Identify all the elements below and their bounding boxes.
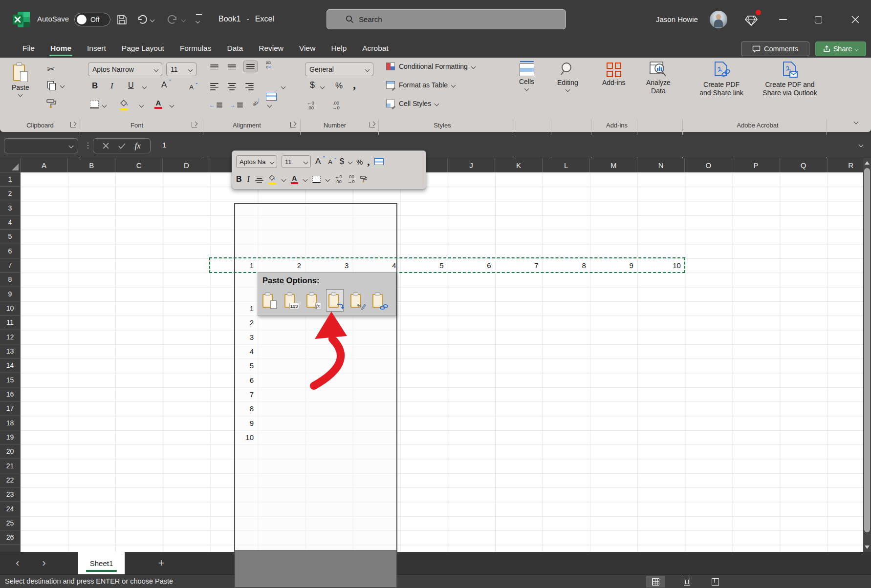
cells-button[interactable]: Cells xyxy=(519,63,534,90)
tab-file[interactable]: File xyxy=(15,39,43,58)
increase-decimal-button[interactable]: ←0 .00 xyxy=(307,101,314,110)
row-header[interactable]: 24 xyxy=(0,502,20,516)
row-header[interactable]: 25 xyxy=(0,516,20,530)
row-header[interactable]: 15 xyxy=(0,373,20,387)
row-header[interactable]: 20 xyxy=(0,444,20,459)
mini-borders-dropdown-icon[interactable] xyxy=(325,177,330,182)
column-header[interactable]: Q xyxy=(780,158,827,172)
mini-merge-center-icon[interactable] xyxy=(374,158,384,165)
search-input[interactable] xyxy=(359,15,544,23)
row-header[interactable]: 17 xyxy=(0,401,20,416)
number-format-select[interactable]: General xyxy=(305,63,373,76)
mini-increase-decimal-button[interactable]: ←0 .00 xyxy=(335,174,342,184)
column-header[interactable]: M xyxy=(590,158,637,172)
row-header[interactable]: 7 xyxy=(0,258,20,273)
grid-cell-value[interactable]: 6 xyxy=(210,373,254,387)
tab-formulas[interactable]: Formulas xyxy=(172,39,219,58)
decrease-decimal-button[interactable]: .00 →0 xyxy=(332,101,340,110)
mini-font-size-select[interactable]: 11 xyxy=(282,155,311,168)
merge-center-icon[interactable] xyxy=(266,93,277,101)
search-bar[interactable] xyxy=(327,9,566,29)
tab-help[interactable]: Help xyxy=(323,39,354,58)
shrink-font-button[interactable]: Aˇ xyxy=(189,84,194,91)
addins-button[interactable]: Add-ins xyxy=(602,63,625,86)
borders-dropdown-icon[interactable] xyxy=(102,103,107,108)
grow-font-button[interactable]: Aˆ xyxy=(161,80,167,89)
maximize-button[interactable] xyxy=(807,0,829,39)
select-all-corner[interactable] xyxy=(0,158,21,172)
clipboard-dialog-launcher-icon[interactable] xyxy=(70,122,76,127)
scroll-up-icon[interactable] xyxy=(865,161,870,165)
font-color-button[interactable]: A xyxy=(154,99,162,109)
cut-icon[interactable] xyxy=(47,63,55,75)
quick-access-toolbar-button[interactable] xyxy=(192,13,206,26)
row-header[interactable]: 21 xyxy=(0,459,20,473)
row-header[interactable]: 16 xyxy=(0,387,20,401)
mini-bold-button[interactable]: B xyxy=(236,175,242,184)
name-box-input[interactable] xyxy=(16,142,69,150)
grid-cell-value[interactable]: 7 xyxy=(495,258,543,273)
grid-cell-value[interactable]: 10 xyxy=(637,258,685,273)
mini-shrink-font-button[interactable]: Aˇ xyxy=(328,158,332,166)
save-button[interactable] xyxy=(114,13,129,26)
grid-cell-value[interactable]: 8 xyxy=(210,401,254,416)
font-color-dropdown-icon[interactable] xyxy=(170,103,174,108)
share-button[interactable]: Share xyxy=(815,42,866,56)
mini-percent-button[interactable]: % xyxy=(356,158,363,166)
normal-view-button[interactable] xyxy=(646,576,665,588)
previous-sheet-icon[interactable]: ‹ xyxy=(11,556,24,570)
create-pdf-share-outlook-button[interactable]: Create PDF andShare via Outlook xyxy=(756,62,824,97)
underline-dropdown-icon[interactable] xyxy=(142,84,147,89)
currency-button[interactable]: $ xyxy=(310,80,315,90)
row-header[interactable]: 14 xyxy=(0,358,20,373)
row-header[interactable]: 13 xyxy=(0,344,20,358)
cancel-entry-icon[interactable] xyxy=(103,143,109,149)
align-center-button[interactable] xyxy=(228,83,236,90)
column-header[interactable]: D xyxy=(163,158,210,172)
grid-cell-value[interactable]: 3 xyxy=(210,330,254,344)
alignment-dialog-launcher-icon[interactable] xyxy=(290,122,296,127)
grid-cell-value[interactable]: 6 xyxy=(447,258,495,273)
cell-styles-button[interactable]: Cell Styles xyxy=(386,100,438,107)
grid-cell-value[interactable]: 5 xyxy=(400,258,447,273)
analyze-data-button[interactable]: AnalyzeData xyxy=(646,62,671,95)
grid-cell-value[interactable]: 2 xyxy=(258,258,305,273)
conditional-formatting-button[interactable]: Conditional Formatting xyxy=(386,63,475,70)
fill-color-button[interactable] xyxy=(120,100,129,110)
row-header[interactable]: 1 xyxy=(0,172,20,187)
column-header[interactable]: J xyxy=(448,158,495,172)
row-header[interactable]: 26 xyxy=(0,530,20,545)
user-avatar[interactable] xyxy=(710,11,727,28)
grid-cell-value[interactable]: 1 xyxy=(210,301,254,315)
tab-page-layout[interactable]: Page Layout xyxy=(114,39,172,58)
currency-dropdown-icon[interactable] xyxy=(320,84,325,89)
merge-dropdown-icon[interactable] xyxy=(281,84,286,89)
enter-entry-icon[interactable] xyxy=(118,143,126,149)
mini-format-painter-icon[interactable] xyxy=(360,175,368,183)
source-column-values[interactable]: 12345678910 xyxy=(210,301,254,444)
column-header[interactable]: A xyxy=(21,158,68,172)
pasted-row-values[interactable]: 12345678910 xyxy=(210,258,685,273)
row-header[interactable]: 10 xyxy=(0,301,20,315)
grid-cell-value[interactable]: 2 xyxy=(210,315,254,330)
namebox-resize-handle[interactable] xyxy=(84,141,92,150)
mini-grow-font-button[interactable]: Aˆ xyxy=(315,157,321,167)
borders-icon[interactable] xyxy=(90,101,99,108)
mini-borders-icon[interactable] xyxy=(312,176,321,183)
font-dialog-launcher-icon[interactable] xyxy=(192,122,197,127)
redo-button[interactable] xyxy=(165,13,180,26)
tab-acrobat[interactable]: Acrobat xyxy=(354,39,396,58)
next-sheet-icon[interactable]: › xyxy=(37,556,51,570)
orientation-dropdown-icon[interactable] xyxy=(267,103,272,108)
row-header[interactable]: 18 xyxy=(0,416,20,430)
grid-cell-value[interactable]: 10 xyxy=(210,430,254,444)
align-right-button[interactable] xyxy=(245,83,254,90)
undo-button[interactable] xyxy=(135,13,150,26)
mini-currency-dropdown-icon[interactable] xyxy=(348,159,352,164)
row-header[interactable]: 3 xyxy=(0,201,20,215)
grid-cell-value[interactable]: 7 xyxy=(210,387,254,401)
underline-button[interactable]: U xyxy=(128,81,134,90)
column-header[interactable]: R xyxy=(827,158,863,172)
minimize-button[interactable] xyxy=(772,0,794,39)
mini-font-color-dropdown-icon[interactable] xyxy=(303,177,307,182)
